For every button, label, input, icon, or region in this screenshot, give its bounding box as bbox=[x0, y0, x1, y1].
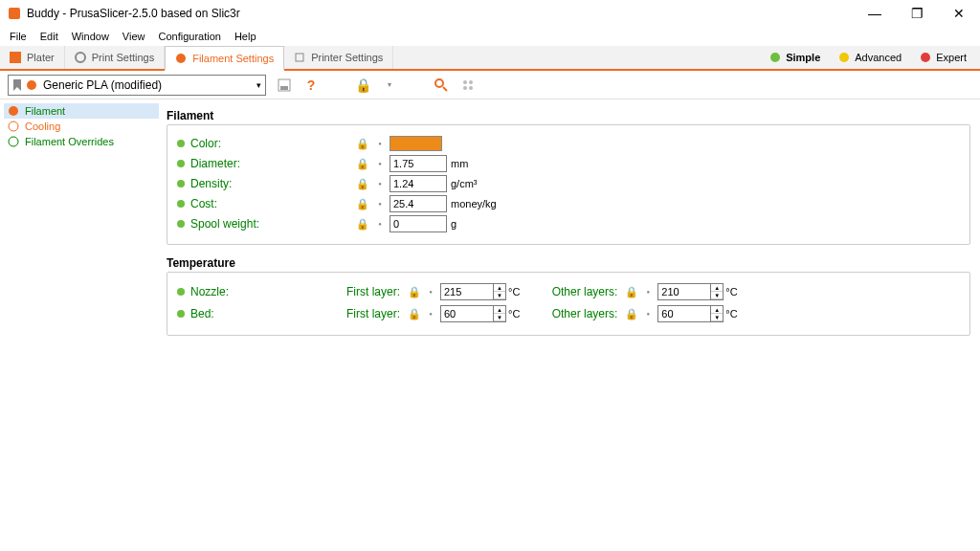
row-color: Color: 🔒 ● bbox=[177, 134, 960, 153]
lock-icon[interactable]: 🔒 bbox=[623, 286, 640, 298]
content: Filament Cooling Filament Overrides Fila… bbox=[0, 99, 980, 551]
revert-icon[interactable]: ● bbox=[640, 311, 656, 317]
stepper-buttons[interactable]: ▲▼ bbox=[494, 305, 506, 322]
label-color: Color: bbox=[190, 137, 353, 150]
printer-icon bbox=[294, 52, 305, 63]
revert-icon[interactable]: ● bbox=[372, 141, 388, 146]
tab-printer-settings[interactable]: Printer Settings bbox=[284, 46, 393, 69]
nozzle-first-input[interactable] bbox=[440, 283, 494, 300]
svg-rect-4 bbox=[296, 54, 303, 61]
lock-icon[interactable]: 🔒 bbox=[406, 308, 423, 320]
overrides-icon bbox=[8, 136, 19, 147]
sidebar-item-overrides[interactable]: Filament Overrides bbox=[4, 134, 159, 149]
close-button[interactable]: ✕ bbox=[938, 0, 980, 27]
color-swatch[interactable] bbox=[390, 136, 442, 151]
menu-help[interactable]: Help bbox=[234, 31, 256, 42]
nozzle-other-input[interactable] bbox=[657, 283, 711, 300]
mode-selector: Simple Advanced Expert bbox=[763, 46, 980, 69]
diameter-input[interactable] bbox=[390, 155, 447, 172]
svg-point-12 bbox=[463, 86, 467, 90]
density-input[interactable] bbox=[390, 175, 447, 192]
menu-file[interactable]: File bbox=[10, 31, 27, 42]
svg-line-9 bbox=[443, 87, 447, 91]
row-density: Density: 🔒 ● g/cm³ bbox=[177, 174, 960, 193]
sublabel-other: Other layers: bbox=[548, 307, 623, 320]
save-icon[interactable] bbox=[276, 77, 293, 94]
menubar: File Edit Window View Configuration Help bbox=[0, 27, 980, 46]
lock-icon[interactable]: 🔒 bbox=[353, 218, 372, 231]
preset-select[interactable]: Generic PLA (modified) ▾ bbox=[8, 75, 266, 96]
stepper-buttons[interactable]: ▲▼ bbox=[711, 283, 724, 300]
lock-icon[interactable]: 🔒 bbox=[353, 178, 372, 190]
unit-c: °C bbox=[725, 308, 737, 320]
chevron-down-small-icon[interactable]: ▾ bbox=[381, 77, 398, 94]
compare-icon[interactable] bbox=[459, 77, 477, 94]
revert-icon[interactable]: ● bbox=[372, 181, 388, 187]
search-icon[interactable] bbox=[433, 77, 450, 94]
tab-plater[interactable]: Plater bbox=[0, 46, 65, 69]
spool-input[interactable] bbox=[390, 215, 447, 232]
section-filament: Color: 🔒 ● Diameter: 🔒 ● mm Density: 🔒 ●… bbox=[167, 124, 970, 245]
revert-icon[interactable]: ● bbox=[372, 161, 388, 166]
sidebar: Filament Cooling Filament Overrides bbox=[0, 99, 163, 551]
row-cost: Cost: 🔒 ● money/kg bbox=[177, 194, 960, 213]
label-cost: Cost: bbox=[190, 197, 353, 210]
tabbar: Plater Print Settings Filament Settings … bbox=[0, 46, 980, 71]
preset-toolbar: Generic PLA (modified) ▾ ? 🔒 ▾ bbox=[0, 71, 980, 99]
menu-configuration[interactable]: Configuration bbox=[158, 31, 220, 42]
svg-point-16 bbox=[9, 137, 18, 146]
stepper-buttons[interactable]: ▲▼ bbox=[711, 305, 724, 322]
cost-input[interactable] bbox=[390, 195, 447, 212]
bed-first-input[interactable] bbox=[440, 305, 494, 322]
tab-print-label: Print Settings bbox=[92, 52, 154, 63]
mode-simple[interactable]: Simple bbox=[763, 50, 828, 65]
preset-name: Generic PLA (modified) bbox=[43, 78, 256, 92]
main-panel: Filament Color: 🔒 ● Diameter: 🔒 ● mm Den… bbox=[163, 99, 980, 551]
bullet-icon bbox=[177, 288, 185, 296]
app-icon bbox=[8, 7, 21, 20]
lock-icon[interactable]: 🔒 bbox=[353, 198, 372, 210]
svg-point-15 bbox=[9, 121, 18, 131]
chevron-down-icon: ▾ bbox=[256, 80, 261, 90]
revert-icon[interactable]: ● bbox=[423, 311, 438, 317]
svg-rect-0 bbox=[9, 8, 20, 19]
label-diameter: Diameter: bbox=[190, 157, 353, 170]
revert-icon[interactable]: ● bbox=[640, 289, 656, 295]
revert-icon[interactable]: ● bbox=[372, 201, 388, 207]
spool-icon bbox=[8, 105, 19, 117]
lock-icon[interactable]: 🔒 bbox=[354, 77, 371, 94]
section-title-filament: Filament bbox=[167, 109, 970, 122]
tab-filament-label: Filament Settings bbox=[192, 53, 274, 64]
unit-mm: mm bbox=[451, 158, 468, 169]
sidebar-label: Cooling bbox=[25, 121, 60, 132]
menu-window[interactable]: Window bbox=[72, 31, 109, 42]
mode-advanced[interactable]: Advanced bbox=[832, 50, 909, 65]
svg-point-14 bbox=[9, 106, 18, 116]
revert-icon[interactable]: ● bbox=[423, 289, 438, 295]
bullet-icon bbox=[177, 160, 185, 167]
unit-c: °C bbox=[508, 286, 520, 298]
bullet-icon bbox=[177, 220, 185, 228]
menu-edit[interactable]: Edit bbox=[40, 31, 58, 42]
svg-point-3 bbox=[176, 54, 186, 63]
stepper-buttons[interactable]: ▲▼ bbox=[494, 283, 506, 300]
bullet-icon bbox=[177, 310, 185, 318]
lock-icon[interactable]: 🔒 bbox=[406, 286, 423, 298]
help-icon[interactable]: ? bbox=[302, 77, 320, 94]
tab-filament-settings[interactable]: Filament Settings bbox=[165, 46, 284, 71]
minimize-button[interactable]: — bbox=[854, 0, 896, 27]
row-bed: Bed: First layer: 🔒 ● ▲▼ °C Other layers… bbox=[177, 303, 960, 324]
sublabel-other: Other layers: bbox=[548, 285, 623, 298]
lock-icon[interactable]: 🔒 bbox=[353, 158, 372, 170]
menu-view[interactable]: View bbox=[122, 31, 145, 42]
revert-icon[interactable]: ● bbox=[372, 221, 388, 227]
bed-other-input[interactable] bbox=[657, 305, 711, 322]
tab-print-settings[interactable]: Print Settings bbox=[65, 46, 165, 69]
maximize-button[interactable]: ❐ bbox=[896, 0, 938, 27]
sidebar-item-filament[interactable]: Filament bbox=[4, 103, 159, 119]
fan-icon bbox=[8, 121, 19, 132]
sidebar-item-cooling[interactable]: Cooling bbox=[4, 119, 159, 134]
lock-icon[interactable]: 🔒 bbox=[353, 138, 372, 150]
lock-icon[interactable]: 🔒 bbox=[623, 308, 640, 320]
mode-expert[interactable]: Expert bbox=[913, 50, 974, 65]
